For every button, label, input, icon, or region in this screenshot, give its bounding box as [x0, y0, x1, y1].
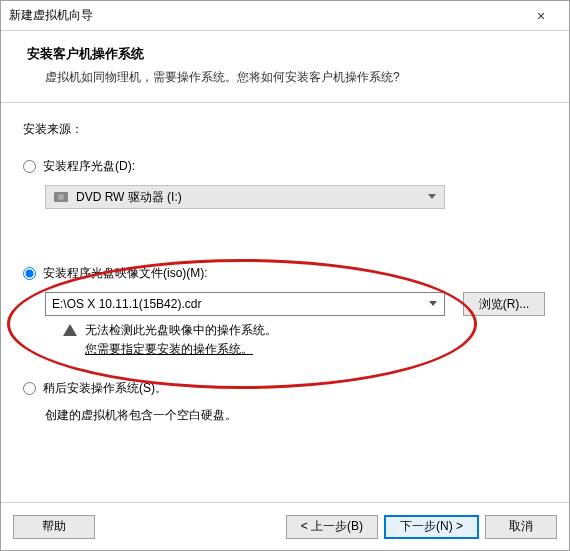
iso-path-input[interactable] [45, 292, 445, 316]
page-subtitle: 虚拟机如同物理机，需要操作系统。您将如何安装客户机操作系统? [27, 69, 543, 86]
radio-install-later[interactable] [23, 382, 36, 395]
option-installer-disc: 安装程序光盘(D): DVD RW 驱动器 (I:) [23, 158, 547, 209]
wizard-content: 安装来源： 安装程序光盘(D): DVD RW 驱动器 (I:) 安装程序光盘映… [1, 103, 569, 502]
cancel-button[interactable]: 取消 [485, 515, 557, 539]
option-install-later: 稍后安装操作系统(S)。 创建的虚拟机将包含一个空白硬盘。 [23, 380, 547, 424]
browse-button[interactable]: 浏览(R)... [463, 292, 545, 316]
next-button[interactable]: 下一步(N) > [384, 515, 479, 539]
radio-installer-iso[interactable] [23, 267, 36, 280]
chevron-down-icon [428, 194, 436, 199]
titlebar: 新建虚拟机向导 × [1, 1, 569, 31]
iso-warning-line2[interactable]: 您需要指定要安装的操作系统。 [85, 341, 547, 358]
drive-dropdown-text: DVD RW 驱动器 (I:) [76, 189, 182, 206]
disc-icon [54, 192, 68, 202]
radio-installer-iso-label: 安装程序光盘映像文件(iso)(M): [43, 265, 208, 282]
install-source-label: 安装来源： [23, 121, 547, 138]
drive-dropdown[interactable]: DVD RW 驱动器 (I:) [45, 185, 445, 209]
wizard-footer: 帮助 < 上一步(B) 下一步(N) > 取消 [1, 502, 569, 550]
page-title: 安装客户机操作系统 [27, 45, 543, 63]
close-icon[interactable]: × [521, 8, 561, 24]
window-title: 新建虚拟机向导 [9, 7, 521, 24]
wizard-window: 新建虚拟机向导 × 安装客户机操作系统 虚拟机如同物理机，需要操作系统。您将如何… [0, 0, 570, 551]
radio-installer-disc[interactable] [23, 160, 36, 173]
back-button[interactable]: < 上一步(B) [286, 515, 378, 539]
install-later-desc: 创建的虚拟机将包含一个空白硬盘。 [45, 407, 547, 424]
option-installer-iso: 安装程序光盘映像文件(iso)(M): 浏览(R)... 无法检测此光盘映像中的… [23, 265, 547, 358]
radio-install-later-label: 稍后安装操作系统(S)。 [43, 380, 167, 397]
warning-icon [63, 324, 77, 336]
iso-warning-line1: 无法检测此光盘映像中的操作系统。 [85, 322, 277, 339]
radio-installer-disc-label: 安装程序光盘(D): [43, 158, 135, 175]
iso-warning: 无法检测此光盘映像中的操作系统。 [63, 322, 547, 339]
help-button[interactable]: 帮助 [13, 515, 95, 539]
wizard-header: 安装客户机操作系统 虚拟机如同物理机，需要操作系统。您将如何安装客户机操作系统? [1, 31, 569, 103]
